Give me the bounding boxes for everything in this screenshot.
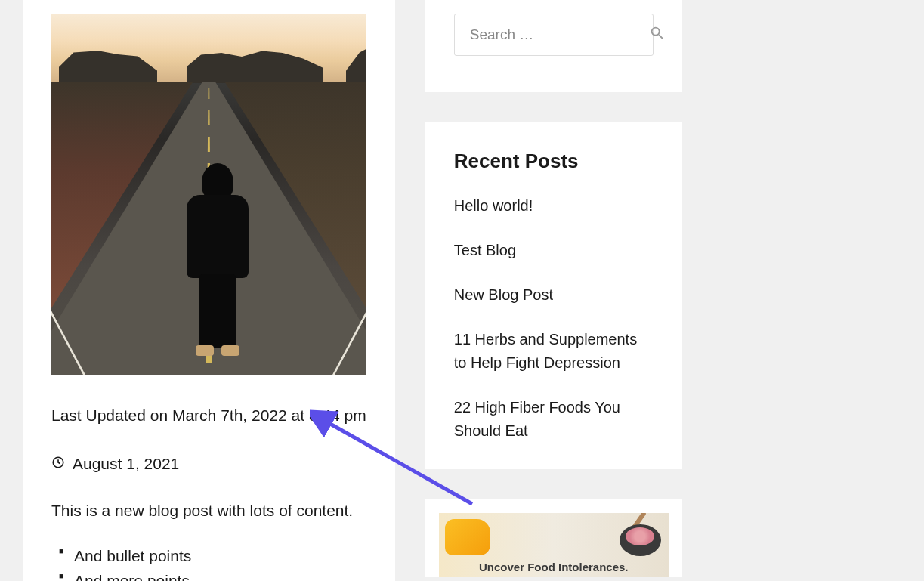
bullet-list: And bullet points And more points bbox=[51, 544, 366, 581]
post-body-text: This is a new blog post with lots of con… bbox=[51, 502, 366, 520]
ad-text: Uncover Food Intolerances. bbox=[479, 560, 629, 578]
recent-posts-title: Recent Posts bbox=[454, 150, 654, 173]
ad-widget: Uncover Food Intolerances. bbox=[425, 499, 682, 577]
recent-post-link[interactable]: Test Blog bbox=[454, 239, 654, 262]
recent-posts-widget: Recent Posts Hello world! Test Blog New … bbox=[425, 122, 682, 469]
search-icon[interactable] bbox=[649, 25, 666, 45]
sidebar: Recent Posts Hello world! Test Blog New … bbox=[425, 0, 682, 581]
recent-post-link[interactable]: 22 High Fiber Foods You Should Eat bbox=[454, 396, 654, 443]
published-date: August 1, 2021 bbox=[51, 455, 366, 473]
recent-post-link[interactable]: 11 Herbs and Supplements to Help Fight D… bbox=[454, 328, 654, 375]
recent-posts-list: Hello world! Test Blog New Blog Post 11 … bbox=[454, 194, 654, 443]
search-input[interactable] bbox=[470, 26, 649, 43]
search-box bbox=[454, 14, 654, 56]
ad-banner[interactable]: Uncover Food Intolerances. bbox=[439, 513, 669, 577]
search-widget bbox=[425, 0, 682, 92]
list-item: And bullet points bbox=[73, 544, 366, 569]
blog-post-article: Last Updated on March 7th, 2022 at 8:44 … bbox=[23, 0, 395, 581]
recent-post-link[interactable]: New Blog Post bbox=[454, 283, 654, 307]
featured-image bbox=[51, 14, 366, 375]
last-updated-text: Last Updated on March 7th, 2022 at 8:44 … bbox=[51, 406, 366, 425]
recent-post-link[interactable]: Hello world! bbox=[454, 194, 654, 218]
published-date-text: August 1, 2021 bbox=[73, 455, 179, 473]
clock-icon bbox=[51, 455, 65, 473]
list-item: And more points bbox=[73, 569, 366, 581]
